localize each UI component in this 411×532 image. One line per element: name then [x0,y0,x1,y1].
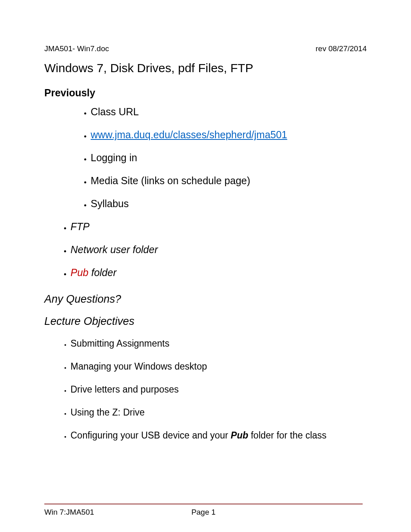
list-item: FTP [71,221,367,244]
pub-text: Pub [71,267,88,278]
footer-page-number: Page 1 [191,508,216,517]
list-item-usb: Configuring your USB device and your Pub… [71,429,367,452]
class-url-link[interactable]: www.jma.duq.edu/classes/shepherd/jma501 [91,129,287,140]
list-item: Logging in [91,152,367,175]
footer-separator [44,503,363,505]
objectives-heading: Lecture Objectives [44,315,367,328]
list-item-pub: Pub folder [71,267,367,290]
header-doc-name: JMA501- Win7.doc [44,44,109,53]
page-header: JMA501- Win7.doc rev 08/27/2014 [44,44,367,53]
list-item: Managing your Windows desktop [71,360,367,383]
document-page: JMA501- Win7.doc rev 08/27/2014 Windows … [0,0,411,532]
list-item: Class URL [91,106,367,129]
list-item: Drive letters and purposes [71,383,367,406]
pub-suffix: folder [88,267,116,278]
list-item: www.jma.duq.edu/classes/shepherd/jma501 [91,129,367,152]
usb-suffix: folder for the class [248,430,326,441]
previously-outer-list: FTP Network user folder Pub folder [44,221,367,290]
objectives-list: Submitting Assignments Managing your Win… [44,337,367,452]
previously-inner-list: Class URL www.jma.duq.edu/classes/shephe… [44,106,367,221]
list-item: Media Site (links on schedule page) [91,175,367,198]
list-item: Syllabus [91,198,367,221]
page-title: Windows 7, Disk Drives, pdf Files, FTP [44,61,367,75]
questions-heading: Any Questions? [44,293,367,305]
list-item: Using the Z: Drive [71,406,367,429]
header-revision: rev 08/27/2014 [316,44,367,53]
list-item: Network user folder [71,244,367,267]
list-item: Submitting Assignments [71,337,367,360]
usb-prefix: Configuring your USB device and your [71,430,231,441]
footer-left: Win 7:JMA501 [44,508,94,517]
usb-pub: Pub [231,430,248,441]
previously-heading: Previously [44,87,367,99]
